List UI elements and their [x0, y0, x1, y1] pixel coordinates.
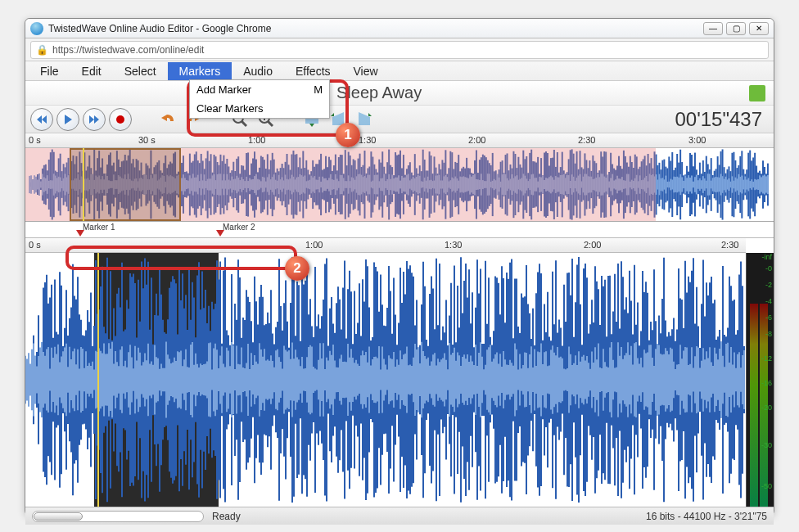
forward-icon	[88, 114, 100, 125]
url-text: https://twistedwave.com/online/edit	[52, 44, 204, 56]
ruler-tick: 2:30	[578, 135, 595, 145]
url-bar: 🔒 https://twistedwave.com/online/edit	[25, 38, 774, 61]
app-icon	[30, 22, 43, 35]
marker-track[interactable]: Marker 1 Marker 2	[25, 222, 774, 238]
overview-ruler[interactable]: 0 s 30 s 1:00 1:30 2:00 2:30 3:00	[25, 133, 774, 148]
main-cursor[interactable]	[97, 253, 99, 507]
record-icon	[115, 115, 125, 124]
timecode: 00'15"437	[675, 108, 769, 131]
undo-button[interactable]	[156, 108, 179, 131]
toolbar: 00'15"437	[25, 106, 774, 133]
overview-viewport[interactable]	[70, 148, 181, 221]
horizontal-scrollbar[interactable]	[32, 511, 204, 522]
menu-file[interactable]: File	[29, 62, 70, 80]
marker-icon[interactable]	[76, 230, 84, 237]
meter-scale: -16	[761, 379, 772, 387]
meter-scale: -50	[761, 482, 772, 490]
svg-point-0	[116, 115, 124, 124]
marker-label[interactable]: Marker 1	[83, 223, 115, 232]
ruler-tick: 0 s	[29, 240, 41, 250]
dropdown-item-label: Clear Markers	[196, 102, 264, 115]
ruler-tick: 2:00	[584, 240, 601, 250]
ruler-tick: 30 s	[138, 135, 156, 145]
menu-markers[interactable]: Markers	[168, 62, 232, 80]
url-field[interactable]: 🔒 https://twistedwave.com/online/edit	[30, 41, 769, 59]
menu-view[interactable]: View	[342, 62, 390, 80]
meter-bar-left	[750, 304, 758, 507]
zoom-v-out-icon	[355, 110, 373, 128]
meter-scale: -2	[765, 281, 772, 289]
main-area: -inf -0 -2 -4 -6 -8 -12 -16 -20 -30 -50	[25, 253, 774, 507]
close-button[interactable]: ✕	[749, 22, 769, 35]
meter-scale: -6	[765, 313, 772, 322]
level-meter: -inf -0 -2 -4 -6 -8 -12 -16 -20 -30 -50	[746, 253, 774, 507]
zoom-vertical-out-button[interactable]	[353, 108, 376, 131]
status-bar: Ready 16 bits - 44100 Hz - 3'21"75	[25, 507, 774, 525]
ruler-tick: 1:30	[359, 135, 376, 145]
lock-icon: 🔒	[36, 44, 48, 56]
menubar: File Edit Select Markers Audio Effects V…	[25, 61, 774, 81]
dropdown-clear-markers[interactable]: Clear Markers	[190, 99, 329, 118]
titlebar: TwistedWave Online Audio Editor - Google…	[25, 19, 774, 38]
play-button[interactable]	[56, 108, 79, 131]
ruler-tick: 1:30	[445, 240, 462, 250]
scrollbar-thumb[interactable]	[34, 512, 83, 521]
dropdown-item-label: Add Marker	[196, 83, 251, 96]
meter-scale: -20	[761, 404, 772, 412]
overview-waveform[interactable]	[25, 148, 774, 222]
track-title: Sleep Away	[336, 83, 422, 102]
meter-scale: -30	[761, 441, 772, 449]
meter-scale: -8	[765, 330, 772, 338]
zoom-vertical-in-button[interactable]	[327, 108, 350, 131]
meter-scale: -4	[765, 297, 772, 305]
meter-scale: -12	[761, 354, 772, 363]
minimize-button[interactable]: —	[703, 22, 723, 35]
main-ruler[interactable]: 0 s 1:00 1:30 2:00 2:30	[25, 238, 746, 253]
play-icon	[62, 114, 74, 125]
ruler-tick: 1:00	[248, 135, 265, 145]
markers-dropdown: Add Marker M Clear Markers	[189, 79, 330, 119]
main-wave-svg	[25, 253, 746, 507]
app-window: TwistedWave Online Audio Editor - Google…	[25, 18, 774, 516]
rewind-icon	[36, 114, 47, 125]
rewind-button[interactable]	[30, 108, 53, 131]
marker-label[interactable]: Marker 2	[223, 223, 255, 232]
ruler-tick: 3:00	[688, 135, 706, 145]
ruler-tick: 0 s	[29, 135, 41, 145]
menu-edit[interactable]: Edit	[70, 62, 113, 80]
status-text: Ready	[212, 511, 241, 522]
marker-icon[interactable]	[216, 230, 224, 237]
zoom-v-in-icon	[329, 110, 347, 128]
window-title: TwistedWave Online Audio Editor - Google…	[48, 23, 703, 34]
meter-scale: -0	[765, 264, 772, 273]
ruler-tick: 1:00	[305, 240, 323, 250]
main-waveform[interactable]	[25, 253, 746, 507]
meter-scale: -inf	[761, 253, 772, 261]
menu-effects[interactable]: Effects	[284, 62, 342, 80]
dropdown-shortcut: M	[314, 83, 323, 96]
ruler-tick: 2:30	[721, 240, 738, 250]
maximize-button[interactable]: ▢	[726, 22, 746, 35]
svg-line-2	[242, 121, 246, 126]
forward-button[interactable]	[83, 108, 106, 131]
ruler-tick: 2:00	[468, 135, 485, 145]
track-title-row: Sleep Away	[25, 81, 774, 106]
menu-select[interactable]: Select	[113, 62, 168, 80]
record-button[interactable]	[109, 108, 132, 131]
dropdown-add-marker[interactable]: Add Marker M	[190, 80, 329, 99]
menu-audio[interactable]: Audio	[232, 62, 284, 80]
undo-icon	[159, 111, 177, 128]
svg-line-5	[268, 121, 273, 126]
overview-cursor[interactable]	[83, 148, 84, 221]
save-icon[interactable]	[749, 85, 765, 101]
format-text: 16 bits - 44100 Hz - 3'21"75	[646, 511, 767, 522]
